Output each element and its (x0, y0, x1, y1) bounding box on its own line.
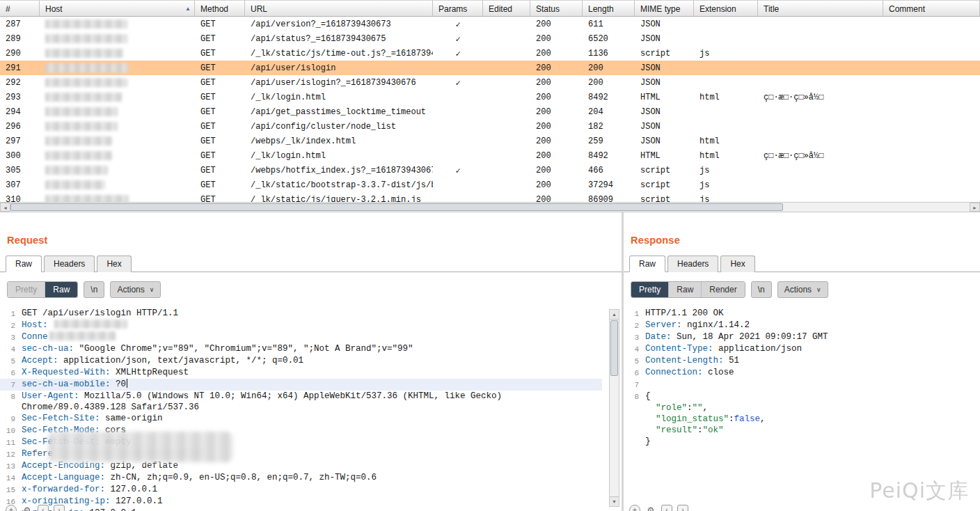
prev-match-button[interactable]: ‹ (661, 505, 672, 511)
cell-params: ✓ (433, 17, 483, 31)
chevron-down-icon: ∨ (150, 286, 155, 293)
cell-length: 37294 (583, 178, 635, 192)
scroll-up-icon[interactable]: ▲ (610, 310, 619, 320)
response-raw-button[interactable]: Raw (669, 282, 702, 297)
line-number: 13 (0, 460, 15, 472)
history-row-300[interactable]: 300GET/_lk/login.html2008492HTMLhtmlç□·æ… (0, 148, 980, 163)
vertical-scrollbar-thumb[interactable] (610, 320, 618, 376)
gear-icon[interactable]: ⚙ (645, 505, 656, 511)
cell-edited (483, 75, 530, 90)
column-header-params[interactable]: Params (433, 1, 483, 16)
request-tab-raw[interactable]: Raw (6, 256, 42, 272)
history-row-290[interactable]: 290GET/_lk/static/js/time-out.js?_=16187… (0, 46, 980, 61)
column-header-host[interactable]: Host▲ (40, 1, 195, 16)
history-row-287[interactable]: 287GET/api/version?_=1618739430673✓20061… (0, 17, 980, 31)
history-row-305[interactable]: 305GET/webps/hotfix_index.js?_=161873943… (0, 163, 980, 178)
history-row-293[interactable]: 293GET/_lk/login.html2008492HTMLhtmlç□·æ… (0, 90, 980, 104)
response-tab-raw[interactable]: Raw (629, 256, 665, 272)
cell-length: 611 (583, 17, 635, 31)
cell-mime-type: JSON (635, 61, 694, 75)
cell-url: /api/version?_=1618739430673 (245, 17, 433, 31)
request-raw-content[interactable]: 1GET /api/user/islogin HTTP/1.12Host: 3C… (0, 308, 622, 511)
column-header-mime-type[interactable]: MIME type (635, 1, 694, 16)
cell-url: /api/config/cluster/node_list (245, 119, 433, 134)
next-match-button[interactable]: › (54, 505, 65, 511)
prev-match-button[interactable]: ‹ (38, 505, 49, 511)
request-pretty-button[interactable]: Pretty (8, 282, 45, 297)
horizontal-scrollbar-thumb[interactable] (10, 203, 783, 211)
request-raw-button[interactable]: Raw (45, 282, 77, 297)
cell-title (758, 104, 883, 119)
cell-status: 200 (530, 119, 583, 134)
scroll-right-icon[interactable]: ► (970, 203, 980, 212)
request-view-mode-group: PrettyRaw (7, 281, 78, 298)
request-actions-label: Actions (117, 285, 144, 294)
column-header-url[interactable]: URL (245, 1, 433, 16)
response-pretty-button[interactable]: Pretty (631, 282, 669, 297)
request-tab-headers[interactable]: Headers (44, 256, 95, 272)
scroll-down-icon[interactable]: ▼ (610, 496, 619, 506)
line-number: 6 (0, 367, 15, 379)
cell-url: /_lk/login.html (245, 148, 433, 163)
response-tab-hex[interactable]: Hex (720, 256, 754, 272)
request-line-6: 6X-Requested-With: XMLHttpRequest (0, 367, 602, 379)
gear-icon[interactable]: ⚙ (22, 505, 33, 511)
history-row-297[interactable]: 297GET/webps/_lk/index.html200259JSONhtm… (0, 134, 980, 148)
column-header-edited[interactable]: Edited (483, 1, 530, 16)
redacted-text (54, 320, 127, 329)
column-header-status[interactable]: Status (530, 1, 583, 16)
history-row-310[interactable]: 310GET/_lk/static/js/jquery-3.2.1.min.js… (0, 192, 980, 202)
table-horizontal-scrollbar[interactable]: ◄ ► (0, 202, 980, 212)
column-header-#[interactable]: # (0, 1, 40, 16)
next-match-button[interactable]: › (677, 505, 688, 511)
history-row-296[interactable]: 296GET/api/config/cluster/node_list20018… (0, 119, 980, 134)
cell-method: GET (195, 148, 245, 163)
history-row-292[interactable]: 292GET/api/user/islogin?_=1618739430676✓… (0, 75, 980, 90)
cell-comment (883, 17, 980, 31)
cell-mime-type: JSON (635, 134, 694, 148)
response-raw-content[interactable]: 1HTTP/1.1 200 OK2Server: nginx/1.14.23Da… (624, 308, 980, 447)
response-actions-button[interactable]: Actions∨ (777, 281, 828, 298)
cell-params: ✓ (433, 75, 483, 90)
host-cell-redacted (40, 17, 195, 31)
history-row-307[interactable]: 307GET/_lk/static/bootstrap-3.3.7-dist/j… (0, 178, 980, 192)
request-line-15: 15x-forwarded-for: 127.0.0.1 (0, 484, 602, 496)
cell-#: 310 (0, 192, 40, 202)
response-line-1: 1HTTP/1.1 200 OK (624, 308, 974, 320)
redacted-text (49, 331, 116, 340)
history-row-291[interactable]: 291GET/api/user/islogin200200JSON (0, 61, 980, 75)
search-icon[interactable]: + (6, 505, 17, 511)
request-vertical-scrollbar[interactable]: ▲ ▼ (609, 309, 619, 507)
search-icon[interactable]: + (629, 505, 640, 511)
history-row-294[interactable]: 294GET/api/get_passtimes_locktime_timeou… (0, 104, 980, 119)
request-actions-button[interactable]: Actions∨ (110, 281, 161, 298)
response-show-newlines-button[interactable]: \n (751, 281, 772, 298)
response-line-5: 5Content-Length: 51 (624, 355, 974, 367)
cell-#: 287 (0, 17, 40, 31)
burp-http-history-screen: #Host▲MethodURLParamsEditedStatusLengthM… (0, 0, 980, 511)
cell-length: 8492 (583, 90, 635, 104)
column-header-method[interactable]: Method (195, 1, 245, 16)
scroll-left-icon[interactable]: ◄ (0, 203, 10, 212)
cell-#: 294 (0, 104, 40, 119)
column-header-title[interactable]: Title (758, 1, 883, 16)
redacted-host (45, 19, 127, 29)
cell-#: 296 (0, 119, 40, 134)
cell-#: 300 (0, 148, 40, 163)
column-header-extension[interactable]: Extension (694, 1, 758, 16)
cell-#: 290 (0, 46, 40, 61)
response-tab-headers[interactable]: Headers (667, 256, 718, 272)
column-header-comment[interactable]: Comment (883, 1, 980, 16)
response-render-button[interactable]: Render (702, 282, 744, 297)
request-show-newlines-button[interactable]: \n (84, 281, 104, 298)
column-header-length[interactable]: Length (583, 1, 635, 16)
history-row-289[interactable]: 289GET/api/status?_=1618739430675✓200652… (0, 31, 980, 46)
cell-edited (483, 119, 530, 134)
line-number (624, 425, 639, 436)
cell-edited (483, 90, 530, 104)
cell-#: 297 (0, 134, 40, 148)
cell-params (433, 90, 483, 104)
cell-title (758, 61, 883, 75)
host-cell-redacted (40, 104, 195, 119)
request-tab-hex[interactable]: Hex (97, 256, 131, 272)
